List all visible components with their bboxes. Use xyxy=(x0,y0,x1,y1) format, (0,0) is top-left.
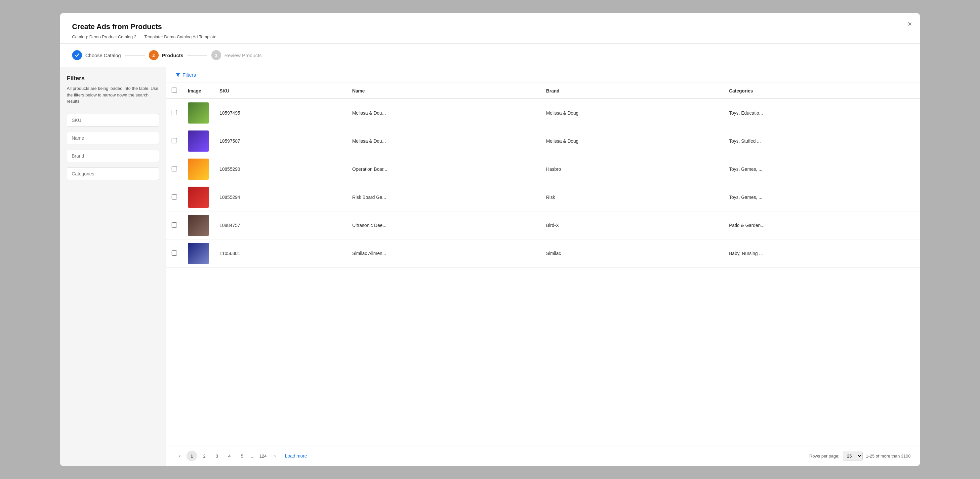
row-image-cell xyxy=(183,127,214,155)
row-categories: Toys, Stuffed ... xyxy=(724,127,920,155)
row-name: Operation Boar... xyxy=(347,155,541,183)
filters-bar: Filters xyxy=(166,67,920,83)
product-image xyxy=(188,243,209,264)
page-button-3[interactable]: 3 xyxy=(212,450,222,461)
table-body: 10597495 Melissa & Dou... Melissa & Doug… xyxy=(166,99,920,268)
row-checkbox-0[interactable] xyxy=(172,110,177,115)
step-1-label: Choose Catalog xyxy=(85,52,121,58)
product-image xyxy=(188,187,209,208)
row-checkbox-cell xyxy=(166,155,183,183)
page-button-2[interactable]: 2 xyxy=(199,450,210,461)
row-sku: 10884757 xyxy=(214,211,347,240)
prev-page-button[interactable]: ‹ xyxy=(175,451,185,460)
page-button-124[interactable]: 124 xyxy=(258,450,269,461)
rows-per-page: Rows per page: 25 50 100 1-25 of more th… xyxy=(810,452,910,460)
next-page-button[interactable]: › xyxy=(270,451,280,460)
header-name: Name xyxy=(347,83,541,99)
row-image-cell xyxy=(183,211,214,240)
step-2: 2 Products xyxy=(149,50,183,60)
row-brand: Hasbro xyxy=(541,155,724,183)
row-checkbox-cell xyxy=(166,127,183,155)
step-3: 3 Review Products xyxy=(211,50,262,60)
step-2-label: Products xyxy=(162,52,183,58)
row-brand: Similac xyxy=(541,240,724,268)
row-name: Risk Board Ga... xyxy=(347,183,541,211)
row-checkbox-cell xyxy=(166,211,183,240)
row-brand: Melissa & Doug xyxy=(541,127,724,155)
table-row: 11056301 Similac Alimen... Similac Baby,… xyxy=(166,240,920,268)
row-brand: Bird-X xyxy=(541,211,724,240)
product-image xyxy=(188,130,209,152)
table-row: 10597495 Melissa & Dou... Melissa & Doug… xyxy=(166,99,920,127)
header-brand: Brand xyxy=(541,83,724,99)
table-row: 10855290 Operation Boar... Hasbro Toys, … xyxy=(166,155,920,183)
sidebar-description: All products are being loaded into the t… xyxy=(67,85,159,105)
modal-overlay: × Create Ads from Products Catalog: Demo… xyxy=(0,0,980,479)
step-connector-1 xyxy=(125,55,145,56)
page-button-5[interactable]: 5 xyxy=(237,450,247,461)
stepper: Choose Catalog 2 Products 3 Review Produ… xyxy=(60,44,920,67)
row-name: Similac Alimen... xyxy=(347,240,541,268)
categories-filter-input[interactable] xyxy=(67,168,159,180)
row-categories: Toys, Games, ... xyxy=(724,155,920,183)
product-image xyxy=(188,215,209,236)
products-table-wrapper: Image SKU Name Brand Categories xyxy=(166,83,920,446)
row-name: Ultrasonic Dee... xyxy=(347,211,541,240)
modal: × Create Ads from Products Catalog: Demo… xyxy=(60,13,920,466)
row-image-cell xyxy=(183,155,214,183)
select-all-checkbox[interactable] xyxy=(172,87,177,93)
row-checkbox-3[interactable] xyxy=(172,194,177,200)
filter-icon xyxy=(175,72,181,78)
rows-per-page-label: Rows per page: xyxy=(810,454,840,458)
row-sku: 10597507 xyxy=(214,127,347,155)
row-image-cell xyxy=(183,183,214,211)
close-button[interactable]: × xyxy=(908,20,912,29)
rows-count-label: 1-25 of more than 3100 xyxy=(866,454,910,458)
page-ellipsis: ... xyxy=(249,453,256,458)
row-checkbox-2[interactable] xyxy=(172,166,177,171)
rows-per-page-select[interactable]: 25 50 100 xyxy=(843,452,862,460)
modal-title: Create Ads from Products xyxy=(72,22,908,31)
row-checkbox-4[interactable] xyxy=(172,222,177,228)
brand-filter-input[interactable] xyxy=(67,150,159,162)
table-row: 10597507 Melissa & Dou... Melissa & Doug… xyxy=(166,127,920,155)
product-image xyxy=(188,102,209,124)
checkmark-icon xyxy=(75,53,80,57)
row-image-cell xyxy=(183,240,214,268)
page-button-4[interactable]: 4 xyxy=(224,450,235,461)
row-sku: 11056301 xyxy=(214,240,347,268)
row-checkbox-cell xyxy=(166,183,183,211)
step-1: Choose Catalog xyxy=(72,50,121,60)
table-row: 10855294 Risk Board Ga... Risk Toys, Gam… xyxy=(166,183,920,211)
modal-subtitle: Catalog: Demo Product Catalog 2 Template… xyxy=(72,34,908,39)
row-sku: 10855294 xyxy=(214,183,347,211)
sku-filter-input[interactable] xyxy=(67,114,159,127)
sidebar: Filters All products are being loaded in… xyxy=(60,67,166,466)
row-brand: Melissa & Doug xyxy=(541,99,724,127)
row-name: Melissa & Dou... xyxy=(347,127,541,155)
step-3-circle: 3 xyxy=(211,50,221,60)
header-image: Image xyxy=(183,83,214,99)
page-buttons: ‹ 1 2 3 4 5 ... 124 › Load more xyxy=(175,450,307,461)
modal-body: Filters All products are being loaded in… xyxy=(60,67,920,466)
product-image xyxy=(188,159,209,180)
row-categories: Toys, Games, ... xyxy=(724,183,920,211)
filters-label: Filters xyxy=(183,72,196,78)
table-row: 10884757 Ultrasonic Dee... Bird-X Patio … xyxy=(166,211,920,240)
table-header: Image SKU Name Brand Categories xyxy=(166,83,920,99)
row-categories: Baby, Nursing ... xyxy=(724,240,920,268)
header-sku: SKU xyxy=(214,83,347,99)
catalog-label: Catalog: Demo Product Catalog 2 xyxy=(72,34,136,39)
step-connector-2 xyxy=(188,55,207,56)
pagination-bar: ‹ 1 2 3 4 5 ... 124 › Load more Rows per… xyxy=(166,446,920,466)
page-button-1[interactable]: 1 xyxy=(186,450,197,461)
load-more-button[interactable]: Load more xyxy=(285,453,307,458)
row-name: Melissa & Dou... xyxy=(347,99,541,127)
sidebar-title: Filters xyxy=(67,75,159,82)
row-checkbox-cell xyxy=(166,240,183,268)
row-checkbox-5[interactable] xyxy=(172,251,177,256)
row-checkbox-1[interactable] xyxy=(172,138,177,143)
row-categories: Toys, Educatio... xyxy=(724,99,920,127)
name-filter-input[interactable] xyxy=(67,132,159,144)
header-categories: Categories xyxy=(724,83,920,99)
